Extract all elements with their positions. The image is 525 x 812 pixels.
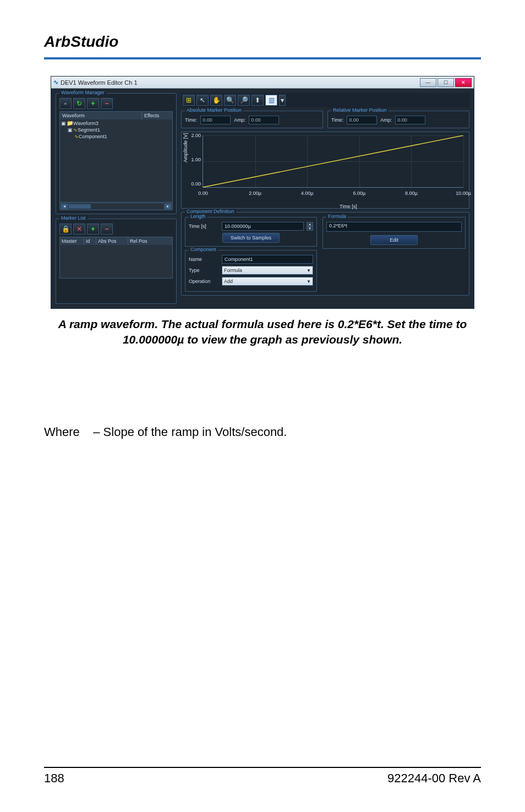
chart-more-icon[interactable]: ▾: [279, 95, 286, 106]
waveform-editor-window: ∿ DEV1 Waveform Editor Ch 1 — ☐ ✕ Wavefo…: [51, 76, 474, 309]
abs-amp-field[interactable]: 0.00: [249, 116, 279, 124]
time-field[interactable]: 10.000000µ: [222, 222, 304, 231]
maximize-button[interactable]: ☐: [438, 78, 454, 87]
time-label: Time [s]: [189, 224, 218, 229]
waveform-manager-legend: Waveform Manager: [59, 90, 106, 95]
formula-panel: Formula 0.2*E6*t Edit: [322, 217, 466, 249]
add-icon[interactable]: +: [87, 98, 99, 109]
rel-time-field[interactable]: 0.00: [347, 116, 377, 124]
marker-list-legend: Marker List: [59, 215, 88, 221]
minimize-button[interactable]: —: [420, 78, 436, 87]
arrow-up-icon[interactable]: ⬆: [251, 95, 264, 106]
rel-time-label: Time:: [331, 117, 343, 123]
chart-options-icon[interactable]: ▥: [265, 95, 277, 106]
xtick: 6.00µ: [353, 190, 365, 196]
abs-time-label: Time:: [185, 117, 197, 123]
length-legend: Length: [189, 214, 207, 219]
tree-hscroll[interactable]: ◂ ▸: [60, 202, 172, 210]
xtick: 4.00µ: [301, 190, 314, 196]
pan-view-icon[interactable]: ⊞: [183, 95, 195, 106]
marker-table[interactable]: Master Id Abs Pos Rel Pos: [59, 237, 173, 279]
component-panel: Component Name Component1 Type Formula▼: [185, 250, 317, 292]
hand-pan-icon[interactable]: ✋: [210, 95, 222, 106]
body-paragraph: Where – Slope of the ramp in Volts/secon…: [44, 425, 481, 439]
operation-select[interactable]: Add▼: [222, 277, 313, 286]
abs-marker-legend: Absolute Marker Position: [185, 107, 243, 113]
type-label: Type: [189, 268, 218, 273]
col-effects: Effects: [142, 112, 172, 119]
zoom-in-icon[interactable]: 🔍: [224, 95, 236, 106]
formula-field[interactable]: 0.2*E6*t: [326, 222, 462, 232]
chart-xlabel: Time [s]: [340, 204, 357, 209]
rel-amp-label: Amp:: [380, 117, 392, 123]
name-field[interactable]: Component1: [222, 255, 313, 264]
xtick: 10.00µ: [456, 190, 471, 196]
name-label: Name: [189, 257, 218, 262]
abs-amp-label: Amp:: [234, 117, 245, 123]
col-waveform: Waveform: [60, 112, 142, 119]
xtick: 0.00: [198, 190, 208, 196]
rel-marker-legend: Relative Marker Position: [331, 107, 389, 113]
waveform-tree[interactable]: Waveform Effects ▣📁 Waveform3 ▣∿ Segment…: [59, 111, 173, 210]
new-waveform-icon[interactable]: ▫: [59, 98, 72, 109]
tree-row-component1[interactable]: ∿ Component1: [60, 133, 172, 140]
abs-marker-panel: Absolute Marker Position Time: 0.00 Amp:…: [181, 111, 323, 128]
header-rule: [44, 57, 481, 59]
length-panel: Length Time [s] 10.000000µ ▲▼ Switch to …: [185, 217, 317, 247]
page-footer: 188 922244-00 Rev A: [44, 767, 481, 786]
refresh-icon[interactable]: ↻: [73, 98, 85, 109]
waveform-manager-panel: Waveform Manager ▫ ↻ + − Waveform Effect…: [56, 93, 177, 214]
title-bar: ∿ DEV1 Waveform Editor Ch 1 — ☐ ✕: [51, 77, 474, 89]
doc-id: 922244-00 Rev A: [387, 771, 481, 786]
marker-remove-icon[interactable]: −: [101, 224, 113, 235]
xtick: 8.00µ: [405, 190, 418, 196]
ytick: 1.00: [187, 157, 201, 162]
formula-legend: Formula: [326, 214, 348, 219]
type-select[interactable]: Formula▼: [222, 266, 313, 275]
marker-lock-icon[interactable]: 🔒: [59, 224, 72, 235]
switch-to-samples-button[interactable]: Switch to Samples: [222, 233, 280, 243]
abs-time-field[interactable]: 0.00: [200, 116, 231, 124]
zoom-out-icon[interactable]: 🔎: [238, 95, 250, 106]
ramp-line: [203, 135, 463, 187]
waveform-chart: Amplitude [V] 2.00 1.00: [181, 132, 469, 209]
rel-marker-panel: Relative Marker Position Time: 0.00 Amp:…: [327, 111, 469, 128]
marker-delete-icon[interactable]: ✕: [73, 224, 85, 235]
page-number: 188: [44, 771, 64, 786]
arrow-select-icon[interactable]: ↖: [196, 95, 209, 106]
window-title: DEV1 Waveform Editor Ch 1: [61, 79, 138, 86]
col-rel-pos: Rel Pos: [128, 237, 172, 245]
tree-row-waveform3[interactable]: ▣📁 Waveform3: [60, 119, 172, 127]
col-id: Id: [84, 237, 96, 245]
remove-icon[interactable]: −: [101, 98, 113, 109]
marker-list-panel: Marker List 🔒 ✕ + − Master Id Abs Pos Re…: [56, 219, 177, 304]
col-master: Master: [60, 237, 84, 245]
svg-line-0: [203, 135, 463, 187]
col-abs-pos: Abs Pos: [96, 237, 128, 245]
chart-toolbar: ⊞ ↖ ✋ 🔍 🔎 ⬆ ▥ ▾: [181, 93, 469, 107]
tree-row-segment1[interactable]: ▣∿ Segment1: [60, 127, 172, 133]
rel-amp-field[interactable]: 0.00: [395, 116, 425, 124]
xtick: 2.00µ: [249, 190, 261, 196]
ytick: 2.00: [187, 133, 201, 138]
component-definition-panel: Component Definition Length Time [s] 10.…: [181, 212, 469, 296]
app-icon: ∿: [53, 79, 58, 86]
ytick: 0.00: [187, 181, 201, 187]
time-spinner[interactable]: ▲▼: [307, 222, 313, 231]
close-button[interactable]: ✕: [455, 78, 472, 87]
marker-add-icon[interactable]: +: [87, 224, 99, 235]
operation-label: Operation: [189, 279, 218, 284]
figure-caption: A ramp waveform. The actual formula used…: [51, 317, 474, 348]
page-title: ArbStudio: [44, 33, 481, 51]
component-legend: Component: [189, 247, 218, 252]
edit-button[interactable]: Edit: [370, 235, 418, 245]
